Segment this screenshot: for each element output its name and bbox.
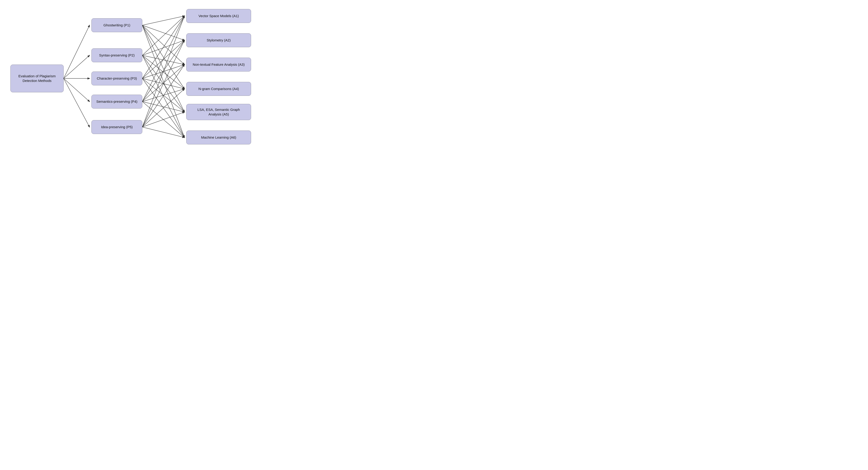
diagram-container: Evaluation of PlagiarismDetection Method… — [6, 3, 283, 154]
node-p5: Idea-preserving (P5) — [91, 120, 142, 134]
svg-line-12 — [142, 40, 184, 55]
svg-line-25 — [142, 65, 184, 102]
svg-line-1 — [64, 55, 90, 79]
svg-line-18 — [142, 40, 184, 79]
svg-line-33 — [142, 112, 184, 127]
svg-line-5 — [142, 16, 184, 25]
svg-line-23 — [142, 16, 184, 102]
svg-line-9 — [142, 25, 184, 112]
svg-line-22 — [142, 79, 184, 137]
svg-line-4 — [64, 79, 90, 127]
svg-line-7 — [142, 25, 184, 65]
node-a1: Vector Space Models (A1) — [186, 9, 251, 23]
svg-line-13 — [142, 55, 184, 65]
node-a2: Stylometry (A2) — [186, 33, 251, 47]
svg-line-3 — [64, 79, 90, 102]
svg-line-17 — [142, 16, 184, 79]
svg-line-30 — [142, 40, 184, 127]
svg-line-16 — [142, 55, 184, 137]
svg-line-11 — [142, 16, 184, 55]
svg-line-21 — [142, 79, 184, 112]
svg-line-24 — [142, 40, 184, 102]
svg-line-10 — [142, 25, 184, 137]
node-p1: Ghostwriting (P1) — [91, 18, 142, 32]
node-p3: Character-preserving (P3) — [91, 71, 142, 85]
svg-line-14 — [142, 55, 184, 89]
svg-line-0 — [64, 25, 90, 79]
svg-line-29 — [142, 16, 184, 127]
svg-line-6 — [142, 25, 184, 40]
svg-line-15 — [142, 55, 184, 112]
node-p2: Syntax-preserving (P2) — [91, 49, 142, 62]
svg-line-26 — [142, 89, 184, 102]
node-a3: Non-textual Feature Analysis (A3) — [186, 58, 251, 71]
node-p4: Semantics-preserving (P4) — [91, 95, 142, 108]
svg-line-32 — [142, 89, 184, 127]
svg-line-27 — [142, 102, 184, 112]
svg-line-20 — [142, 79, 184, 89]
svg-line-28 — [142, 102, 184, 137]
node-a6: Machine Learning (A6) — [186, 130, 251, 145]
svg-line-31 — [142, 65, 184, 127]
svg-line-8 — [142, 25, 184, 89]
node-a5: LSA, ESA, Semantic GraphAnalysis (A5) — [186, 104, 251, 120]
node-a4: N-gram Comparisons (A4) — [186, 82, 251, 96]
svg-line-19 — [142, 65, 184, 79]
root-node: Evaluation of PlagiarismDetection Method… — [10, 65, 64, 92]
svg-line-34 — [142, 127, 184, 137]
